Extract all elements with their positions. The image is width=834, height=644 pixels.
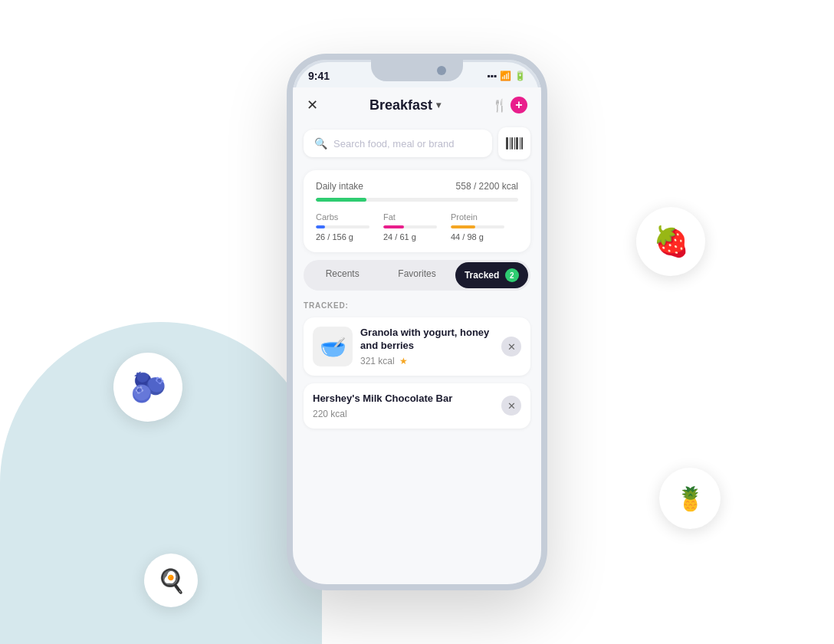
tab-tracked[interactable]: Tracked 2 [455, 262, 528, 288]
meal-title: Breakfast [369, 97, 432, 113]
front-camera [437, 66, 446, 75]
barcode-button[interactable] [498, 127, 530, 159]
search-container: 🔍 Search food, meal or brand [293, 121, 541, 166]
barcode-icon [506, 137, 523, 150]
battery-icon: 🔋 [514, 71, 526, 81]
plate-egg: 🍳 [144, 554, 198, 607]
close-button[interactable]: ✕ [307, 97, 318, 113]
food-name-chocolate: Hershey's Milk Chocolate Bar [313, 393, 494, 406]
food-item-granola[interactable]: 🥣 Granola with yogurt, honey and berries… [304, 317, 530, 376]
pineapple-food: 🍍 [676, 485, 704, 512]
daily-intake-header: Daily intake 558 / 2200 kcal [316, 181, 518, 192]
macro-protein: Protein 44 / 98 g [451, 212, 518, 242]
phone-notch [371, 60, 463, 81]
macro-protein-bar [451, 225, 504, 228]
status-icons: ▪▪▪ 📶 🔋 [487, 71, 526, 81]
phone-frame: 9:41 ▪▪▪ 📶 🔋 ✕ Breakfast ▾ 🍴 + [287, 54, 547, 590]
dropdown-arrow[interactable]: ▾ [436, 100, 441, 110]
blueberries-food: 🫐 [130, 370, 166, 404]
add-meal-button[interactable]: 🍴 + [492, 97, 527, 113]
plate-pineapple: 🍍 [659, 468, 721, 529]
phone-container: 9:41 ▪▪▪ 📶 🔋 ✕ Breakfast ▾ 🍴 + [287, 54, 547, 590]
macro-carbs-bar [316, 225, 369, 228]
remove-granola-button[interactable]: ✕ [501, 337, 521, 356]
header-title: Breakfast ▾ [369, 97, 441, 113]
daily-intake-label: Daily intake [316, 181, 363, 192]
macro-fat-bar [383, 225, 437, 228]
phone-content: ✕ Breakfast ▾ 🍴 + 🔍 Search food, meal or… [293, 87, 541, 584]
status-time: 9:41 [308, 70, 330, 82]
star-icon-granola: ★ [399, 356, 408, 366]
wifi-icon: 📶 [500, 71, 511, 81]
food-image-granola: 🥣 [313, 327, 353, 366]
macro-protein-fill [451, 225, 475, 228]
macro-fat-fill [383, 225, 404, 228]
macro-fat-value: 24 / 61 g [383, 232, 416, 242]
plate-blueberries: 🫐 [113, 353, 182, 422]
signal-icon: ▪▪▪ [487, 71, 497, 81]
macro-protein-label: Protein [451, 212, 478, 222]
tab-favorites[interactable]: Favorites [380, 262, 453, 288]
food-meta-granola: 321 kcal ★ [360, 356, 494, 366]
search-icon: 🔍 [314, 137, 327, 150]
food-kcal-granola: 321 kcal [360, 356, 395, 366]
tracked-badge: 2 [505, 268, 519, 282]
raspberries-food: 🍓 [653, 225, 689, 258]
daily-progress-fill [316, 198, 366, 202]
food-meta-chocolate: 220 kcal [313, 409, 494, 419]
daily-progress-bar [316, 198, 518, 202]
search-placeholder: Search food, meal or brand [333, 138, 455, 150]
macro-fat: Fat 24 / 61 g [383, 212, 451, 242]
food-name-granola: Granola with yogurt, honey and berries [360, 327, 494, 353]
food-kcal-chocolate: 220 kcal [313, 409, 347, 419]
food-info-chocolate: Hershey's Milk Chocolate Bar 220 kcal [313, 393, 494, 419]
macro-carbs-label: Carbs [316, 212, 338, 222]
egg-food: 🍳 [157, 567, 186, 594]
daily-intake-value: 558 / 2200 kcal [456, 181, 518, 192]
fork-icon: 🍴 [492, 98, 507, 113]
remove-chocolate-button[interactable]: ✕ [501, 396, 521, 416]
macros-row: Carbs 26 / 156 g Fat [316, 212, 518, 242]
macro-carbs-value: 26 / 156 g [316, 232, 353, 242]
macro-carbs-fill [316, 225, 325, 228]
search-input-wrapper[interactable]: 🔍 Search food, meal or brand [304, 130, 492, 157]
macro-protein-value: 44 / 98 g [451, 232, 484, 242]
tabs-container: Recents Favorites Tracked 2 [304, 260, 530, 291]
daily-intake-card: Daily intake 558 / 2200 kcal Carbs [304, 170, 530, 252]
plate-raspberries: 🍓 [636, 207, 705, 276]
plus-circle-icon: + [511, 97, 527, 113]
tracked-section: TRACKED: 🥣 Granola with yogurt, honey an… [293, 298, 541, 429]
tab-recents[interactable]: Recents [306, 262, 379, 288]
app-header: ✕ Breakfast ▾ 🍴 + [293, 87, 541, 121]
tracked-label: TRACKED: [304, 301, 530, 310]
food-info-granola: Granola with yogurt, honey and berries 3… [360, 327, 494, 366]
food-item-chocolate[interactable]: Hershey's Milk Chocolate Bar 220 kcal ✕ [304, 383, 530, 429]
macro-carbs: Carbs 26 / 156 g [316, 212, 383, 242]
macro-fat-label: Fat [383, 212, 396, 222]
